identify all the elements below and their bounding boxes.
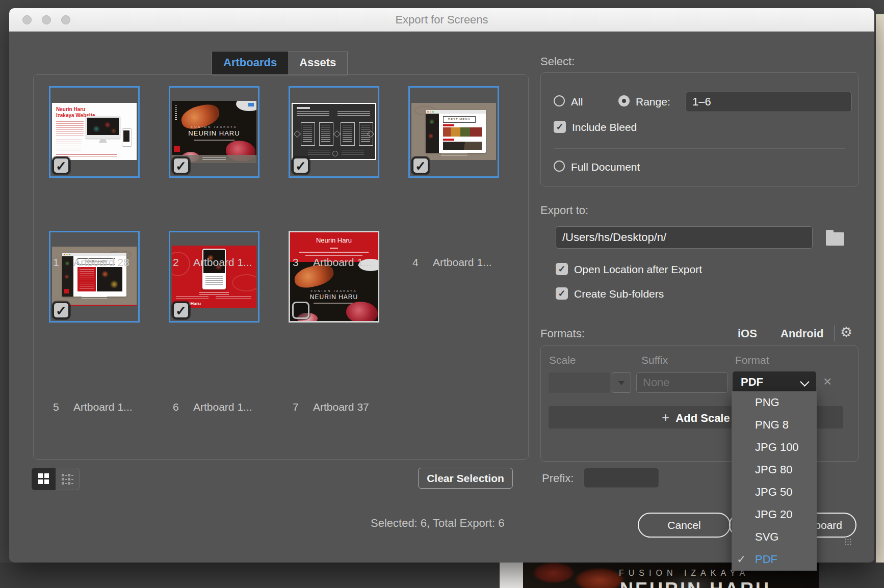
artboard-5-checkbox[interactable]: ✓ — [53, 302, 70, 319]
thumb6-text-block2 — [216, 297, 251, 301]
artboard-7-checkbox[interactable] — [292, 302, 309, 319]
artboard-6-num: 6 — [173, 401, 179, 413]
scale-header: Scale — [549, 354, 576, 366]
thumb7-line2 — [305, 255, 362, 256]
format-dropdown-menu: PNG PNG 8 JPG 100 JPG 80 JPG 50 JPG 20 S… — [732, 391, 817, 571]
resize-grip[interactable] — [844, 538, 852, 546]
menu-item-jpg50[interactable]: JPG 50 — [732, 481, 817, 503]
thumb4-food-strip2 — [443, 142, 482, 150]
screen: FUSION IZAKAYA NEURIN HARU Export for Sc… — [0, 0, 884, 588]
thumb3-text — [297, 111, 329, 117]
select-all-label: All — [571, 96, 583, 108]
scale-value-field[interactable] — [549, 372, 610, 393]
select-range-radio[interactable] — [618, 95, 630, 106]
menu-item-jpg80[interactable]: JPG 80 — [732, 459, 817, 481]
thumb6-phone — [202, 249, 226, 289]
menu-item-png8[interactable]: PNG 8 — [732, 414, 817, 436]
select-range-label: Range: — [636, 96, 670, 108]
artboard-2-num: 2 — [173, 256, 179, 269]
artboard-2-checkbox[interactable]: ✓ — [172, 157, 190, 174]
thumb7-brand: NEURIN HARU — [290, 293, 378, 301]
prefix-input[interactable] — [584, 468, 659, 488]
zoom-window-button[interactable] — [61, 15, 70, 24]
thumb5-browser-bar — [62, 253, 126, 256]
thumb1-imac-screen — [87, 118, 119, 135]
grid-view-button[interactable] — [32, 468, 56, 490]
remove-format-icon[interactable]: × — [823, 375, 831, 389]
artboard-thumbnail-5[interactable]: NEURIN HARU ✓ — [49, 231, 140, 323]
menu-item-pdf-label: PDF — [755, 553, 777, 566]
grid-view-icon — [38, 473, 43, 478]
menu-item-pdf[interactable]: ✓ PDF — [732, 548, 817, 571]
artboard-1-art: Neurin HaruIzakaya Website — [52, 103, 137, 160]
artboard-6-checkbox[interactable]: ✓ — [172, 302, 190, 319]
android-preset-link[interactable]: Android — [781, 327, 823, 340]
artboard-thumbnail-1[interactable]: Neurin HaruIzakaya Website ✓ — [49, 86, 140, 178]
checkmark-icon: ✓ — [737, 548, 746, 571]
menu-item-svg[interactable]: SVG — [732, 526, 817, 548]
export-path-input[interactable] — [556, 226, 813, 249]
thumb3-footnote — [342, 150, 364, 155]
thumb1-phone-screen — [123, 130, 129, 142]
list-view-icon-dashes — [65, 475, 67, 476]
artboard-6-art: NeurinHaru — [172, 246, 256, 308]
minimize-window-button[interactable] — [42, 15, 51, 24]
close-window-button[interactable] — [22, 15, 32, 24]
artboard-thumbnail-4[interactable]: BEST MENU ✓ — [408, 86, 499, 178]
tab-artboards[interactable]: Artboards — [212, 51, 288, 75]
thumb4-browser: BEST MENU — [426, 110, 486, 153]
thumb7-meat — [346, 302, 378, 321]
list-view-icon — [62, 474, 64, 476]
dialog-titlebar[interactable]: Export for Screens — [9, 8, 874, 32]
ios-preset-link[interactable]: iOS — [738, 327, 757, 340]
gear-icon[interactable]: ⚙ — [840, 324, 852, 340]
thumb7-tagline — [314, 303, 354, 304]
clear-selection-button[interactable]: Clear Selection — [418, 468, 513, 489]
menu-item-jpg20[interactable]: JPG 20 — [732, 503, 817, 526]
thumb7-header: Neurin Haru — [290, 236, 378, 244]
open-location-label: Open Location after Export — [574, 263, 702, 276]
thumb5-red-panel-lines — [80, 270, 94, 289]
thumb7-divider — [330, 248, 338, 249]
menu-item-png[interactable]: PNG — [732, 391, 817, 414]
thumb6-caption — [199, 292, 229, 296]
thumb4-red-tag2 — [443, 139, 454, 141]
full-document-label: Full Document — [571, 161, 640, 173]
thumb1-phone — [122, 128, 132, 147]
open-location-checkbox[interactable]: ✓ — [556, 263, 568, 275]
artboard-thumbnail-3[interactable]: ✓ — [289, 86, 379, 178]
format-header: Format — [735, 354, 769, 366]
menu-item-jpg100[interactable]: JPG 100 — [732, 436, 817, 459]
range-input[interactable] — [686, 92, 852, 112]
select-all-radio[interactable] — [554, 95, 565, 106]
artboard-2-art: FUSION IZAKAYA NEURIN HARU — [172, 101, 256, 163]
format-select[interactable]: PDF — [733, 371, 816, 394]
thumb2-blue-tag — [248, 103, 254, 106]
artboard-3-checkbox[interactable]: ✓ — [292, 157, 309, 174]
artboard-thumbnail-6[interactable]: NeurinHaru ✓ — [169, 231, 259, 323]
thumb4-traffic-dots — [427, 111, 429, 113]
folder-browse-icon[interactable] — [826, 232, 844, 246]
selection-summary: Selected: 6, Total Export: 6 — [371, 517, 505, 530]
artboard-1-checkbox[interactable]: ✓ — [53, 157, 70, 174]
suffix-header: Suffix — [641, 354, 668, 366]
create-subfolders-checkbox[interactable]: ✓ — [556, 287, 568, 300]
artboard-thumbnail-2[interactable]: FUSION IZAKAYA NEURIN HARU ✓ — [169, 86, 259, 178]
scale-dropdown-button[interactable] — [612, 372, 631, 393]
thumb5-traffic-dots — [64, 254, 65, 255]
artboard-thumbnail-7[interactable]: Neurin Haru FUSION IZAKAYA NEURIN HARU — [289, 231, 379, 323]
suffix-input[interactable] — [636, 372, 728, 393]
full-document-radio[interactable] — [554, 161, 565, 172]
tab-assets[interactable]: Assets — [288, 51, 347, 75]
artboard-3-art — [292, 103, 376, 160]
scale-dropdown-arrow-icon — [618, 381, 625, 385]
cancel-button[interactable]: Cancel — [638, 513, 731, 538]
artboard-1-label: Artboard 28 — [73, 256, 129, 269]
list-view-button[interactable] — [56, 468, 80, 490]
select-section-title: Select: — [540, 55, 575, 68]
background-artwork-title: NEURIN HARU — [620, 579, 771, 588]
artboard-5-num: 5 — [53, 401, 59, 413]
tab-bar: Artboards Assets — [212, 51, 348, 75]
include-bleed-checkbox[interactable]: ✓ — [554, 121, 566, 133]
artboard-4-checkbox[interactable]: ✓ — [412, 157, 429, 174]
